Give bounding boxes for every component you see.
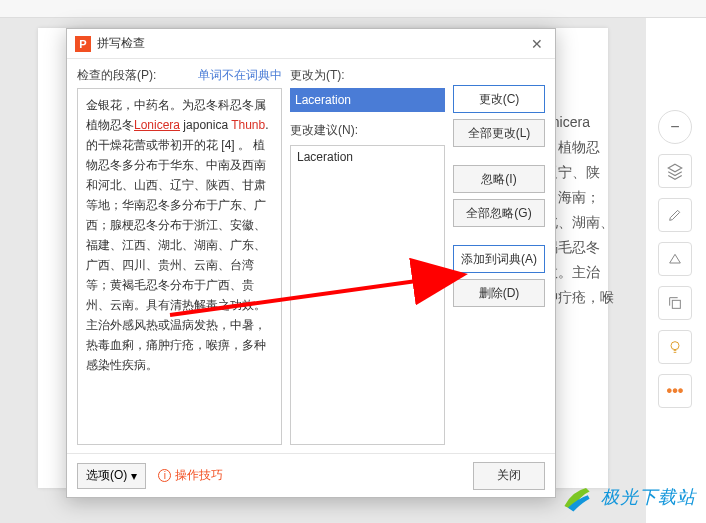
- change-button[interactable]: 更改(C): [453, 85, 545, 113]
- close-icon[interactable]: ✕: [527, 36, 547, 52]
- watermark: 极光下载站: [559, 479, 696, 515]
- more-icon[interactable]: •••: [658, 374, 692, 408]
- ignore-button[interactable]: 忽略(I): [453, 165, 545, 193]
- suggestions-label: 更改建议(N):: [290, 122, 445, 139]
- layers-icon[interactable]: [658, 154, 692, 188]
- suggestions-list[interactable]: Laceration: [290, 145, 445, 445]
- change-all-button[interactable]: 全部更改(L): [453, 119, 545, 147]
- change-to-input[interactable]: [290, 88, 445, 112]
- bulb-icon[interactable]: [658, 330, 692, 364]
- change-to-label: 更改为(T):: [290, 67, 445, 84]
- ignore-all-button[interactable]: 全部忽略(G): [453, 199, 545, 227]
- passage-box[interactable]: 金银花，中药名。为忍冬科忍冬属植物忍冬Lonicera japonica Thu…: [77, 88, 282, 445]
- dialog-title: 拼写检查: [97, 35, 527, 52]
- misspelled-word: Thunb: [231, 118, 265, 132]
- shape-icon[interactable]: [658, 242, 692, 276]
- options-button[interactable]: 选项(O) ▾: [77, 463, 146, 489]
- suggestion-item[interactable]: Laceration: [297, 150, 438, 164]
- svg-point-1: [671, 342, 679, 350]
- pencil-icon[interactable]: [658, 198, 692, 232]
- chevron-down-icon: ▾: [131, 469, 137, 483]
- copy-icon[interactable]: [658, 286, 692, 320]
- watermark-icon: [559, 479, 595, 515]
- not-in-dict-label: 单词不在词典中: [198, 67, 282, 84]
- add-to-dictionary-button[interactable]: 添加到词典(A): [453, 245, 545, 273]
- spellcheck-dialog: P 拼写检查 ✕ 检查的段落(P): 单词不在词典中 金银花，中药名。为忍冬科忍…: [66, 28, 556, 498]
- misspelled-word: Lonicera: [134, 118, 180, 132]
- passage-label: 检查的段落(P): 单词不在词典中: [77, 67, 282, 84]
- delete-button[interactable]: 删除(D): [453, 279, 545, 307]
- document-text-fragment: onicera 。植物忍 辽宁、陕 、海南； 北、湖南、 褐毛忍冬 效。主治 肿…: [544, 110, 644, 310]
- app-logo-icon: P: [75, 36, 91, 52]
- watermark-text: 极光下载站: [601, 485, 696, 509]
- tips-link[interactable]: i 操作技巧: [158, 467, 223, 484]
- dialog-titlebar: P 拼写检查 ✕: [67, 29, 555, 59]
- svg-rect-0: [672, 300, 680, 308]
- topbar: [0, 0, 706, 18]
- close-button[interactable]: 关闭: [473, 462, 545, 490]
- dialog-footer: 选项(O) ▾ i 操作技巧 关闭: [67, 453, 555, 497]
- info-icon: i: [158, 469, 171, 482]
- side-toolbar: − •••: [658, 110, 692, 408]
- minus-icon[interactable]: −: [658, 110, 692, 144]
